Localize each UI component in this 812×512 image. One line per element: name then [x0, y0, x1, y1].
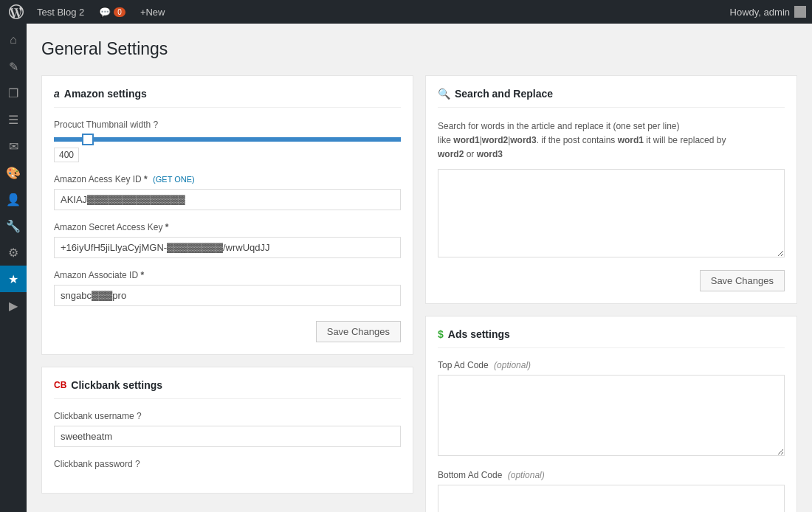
search-replace-textarea[interactable]: [438, 169, 785, 257]
get-one-link[interactable]: (GET ONE): [153, 175, 195, 184]
slider-bar: [54, 137, 401, 142]
top-ad-optional: (optional): [494, 360, 531, 370]
slider-value[interactable]: 400: [54, 148, 79, 162]
sidebar-icon-settings[interactable]: ⚙: [0, 239, 27, 266]
wp-logo[interactable]: [6, 0, 27, 24]
adminbar-site-name: Test Blog 2: [37, 7, 84, 18]
slider-handle[interactable]: [82, 134, 94, 145]
access-key-field: Amazon Acess Key ID * (GET ONE): [54, 174, 401, 210]
settings-grid: a Amazon settings Procuct Thumbnail widt…: [41, 75, 797, 512]
sidebar-icon-plugin[interactable]: ★: [0, 266, 27, 292]
word6: word3: [477, 149, 503, 159]
bottom-ad-optional: (optional): [508, 470, 545, 480]
search-replace-title-text: Search and Replace: [455, 88, 553, 100]
bottom-ad-field: Bottom Ad Code (optional): [438, 470, 785, 512]
clickbank-username-label: Clickbank username ?: [54, 411, 401, 421]
adminbar-new-label: New: [145, 7, 165, 18]
ads-title-text: Ads settings: [448, 328, 510, 340]
word4: word1: [618, 135, 644, 145]
ads-settings-panel: $ Ads settings Top Ad Code (optional) Bo…: [425, 316, 797, 512]
adminbar-right: Howdy, admin: [730, 6, 806, 18]
search-replace-footer: Save Changes: [438, 267, 785, 291]
associate-required: *: [140, 270, 144, 280]
associate-id-input[interactable]: [54, 285, 401, 306]
plus-icon: +: [140, 7, 146, 18]
search-replace-save-button[interactable]: Save Changes: [700, 270, 785, 291]
secret-key-field: Amazon Secret Access Key *: [54, 222, 401, 258]
top-ad-field: Top Ad Code (optional): [438, 360, 785, 458]
sidebar-icon-home[interactable]: ⌂: [0, 27, 27, 53]
sidebar-icon-appearance[interactable]: 🎨: [0, 159, 27, 186]
ads-dollar-icon: $: [438, 328, 444, 340]
top-ad-label: Top Ad Code (optional): [438, 360, 785, 370]
amazon-panel-title: a Amazon settings: [54, 88, 401, 108]
thumbnail-label: Procuct Thumbnail width ?: [54, 120, 401, 130]
sar-description: Search for words in the article and repl…: [438, 120, 785, 162]
word2: word2: [482, 135, 508, 145]
clickbank-panel-title: CB Clickbank settings: [54, 379, 401, 399]
sidebar-icon-tools[interactable]: 🔧: [0, 212, 27, 239]
main-content: General Settings a Amazon settings Procu…: [27, 24, 812, 512]
access-key-label: Amazon Acess Key ID * (GET ONE): [54, 174, 401, 184]
left-column: a Amazon settings Procuct Thumbnail widt…: [41, 75, 413, 512]
search-replace-panel-title: 🔍 Search and Replace: [438, 88, 785, 108]
bottom-ad-label: Bottom Ad Code (optional): [438, 470, 785, 480]
adminbar-comments[interactable]: 💬 0: [92, 0, 133, 24]
ads-panel-title: $ Ads settings: [438, 328, 785, 348]
comment-icon: 💬: [99, 7, 111, 18]
search-icon: 🔍: [438, 88, 450, 100]
sidebar-icon-posts[interactable]: ✎: [0, 53, 27, 80]
clickbank-password-label: Clickbank password ?: [54, 459, 401, 469]
clickbank-settings-panel: CB Clickbank settings Clickbank username…: [41, 367, 413, 494]
admin-sidebar: ⌂ ✎ ❐ ☰ ✉ 🎨 👤 🔧 ⚙ ★ ▶: [0, 24, 27, 512]
admin-avatar[interactable]: [794, 6, 806, 18]
word1: word1: [453, 135, 479, 145]
word3: word3: [510, 135, 536, 145]
amazon-title-text: Amazon settings: [64, 88, 147, 100]
amazon-icon: a: [54, 88, 60, 100]
secret-key-label: Amazon Secret Access Key *: [54, 222, 401, 232]
amazon-save-button[interactable]: Save Changes: [316, 321, 401, 342]
top-ad-textarea[interactable]: [438, 375, 785, 456]
sidebar-icon-pages[interactable]: ☰: [0, 106, 27, 133]
clickbank-password-field: Clickbank password ?: [54, 459, 401, 469]
search-replace-panel: 🔍 Search and Replace Search for words in…: [425, 75, 797, 305]
sidebar-icon-users[interactable]: 👤: [0, 186, 27, 212]
slider-track[interactable]: [54, 134, 401, 145]
secret-key-input[interactable]: [54, 237, 401, 258]
clickbank-username-input[interactable]: [54, 426, 401, 447]
bottom-ad-textarea[interactable]: [438, 485, 785, 512]
sidebar-icon-media2[interactable]: ▶: [0, 292, 27, 319]
slider-container: 400: [54, 134, 401, 162]
clickbank-title-text: Clickbank settings: [71, 379, 162, 391]
comments-count: 0: [114, 7, 125, 17]
amazon-settings-panel: a Amazon settings Procuct Thumbnail widt…: [41, 75, 413, 355]
associate-id-label: Amazon Associate ID *: [54, 270, 401, 280]
howdy-text: Howdy, admin: [730, 7, 790, 18]
access-key-input[interactable]: [54, 189, 401, 210]
thumbnail-field: Procuct Thumbnail width ? 400: [54, 120, 401, 162]
access-key-required: *: [144, 174, 148, 184]
page-title: General Settings: [41, 38, 797, 60]
right-column: 🔍 Search and Replace Search for words in…: [425, 75, 797, 512]
adminbar-site[interactable]: Test Blog 2: [30, 0, 92, 24]
secret-key-required: *: [165, 222, 169, 232]
sidebar-icon-media[interactable]: ❐: [0, 80, 27, 106]
word5: word2: [438, 149, 464, 159]
adminbar-items: Test Blog 2 💬 0 + New: [30, 0, 730, 24]
admin-bar: Test Blog 2 💬 0 + New Howdy, admin: [0, 0, 812, 24]
associate-id-field: Amazon Associate ID *: [54, 270, 401, 306]
clickbank-username-field: Clickbank username ?: [54, 411, 401, 447]
amazon-footer: Save Changes: [54, 318, 401, 342]
adminbar-new[interactable]: + New: [133, 0, 173, 24]
sidebar-icon-comments[interactable]: ✉: [0, 133, 27, 159]
clickbank-icon: CB: [54, 380, 66, 390]
